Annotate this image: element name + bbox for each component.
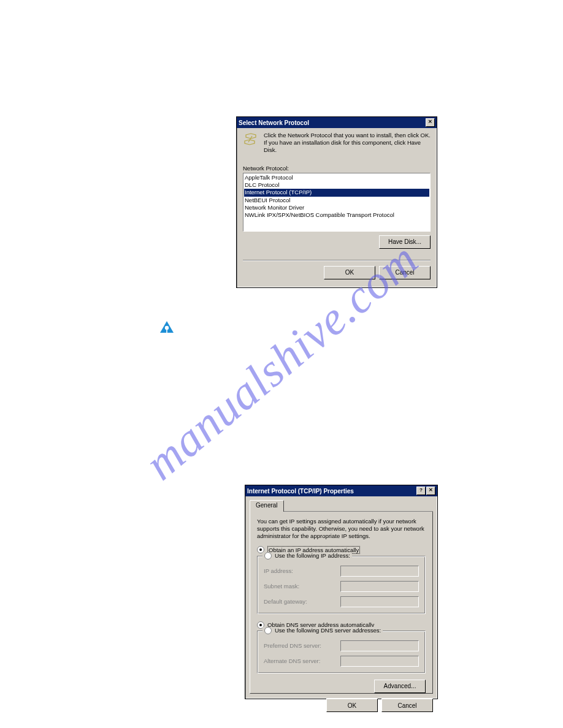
field-label: Preferred DNS server: xyxy=(264,642,321,649)
tab-strip: General xyxy=(250,499,433,512)
field-label: IP address: xyxy=(264,567,293,574)
dialog-title: Internet Protocol (TCP/IP) Properties xyxy=(247,488,354,495)
ip-address-row: IP address: xyxy=(264,566,419,577)
select-network-protocol-dialog: Select Network Protocol ✕ Click the Netw… xyxy=(236,116,437,288)
close-button[interactable]: ✕ xyxy=(426,487,435,495)
subnet-mask-row: Subnet mask: xyxy=(264,581,419,592)
ok-button[interactable]: OK xyxy=(324,266,375,279)
protocol-listbox[interactable]: AppleTalk Protocol DLC Protocol Internet… xyxy=(243,173,431,232)
radio-icon[interactable] xyxy=(264,552,272,559)
dialog-titlebar[interactable]: Internet Protocol (TCP/IP) Properties ? … xyxy=(245,485,437,496)
svg-rect-3 xyxy=(166,329,167,334)
list-item[interactable]: DLC Protocol xyxy=(244,181,429,189)
dialog-title: Select Network Protocol xyxy=(239,119,309,126)
ok-button[interactable]: OK xyxy=(326,699,378,712)
cancel-button[interactable]: Cancel xyxy=(381,699,433,712)
advanced-button[interactable]: Advanced... xyxy=(374,680,426,693)
list-item[interactable]: NWLink IPX/SPX/NetBIOS Compatible Transp… xyxy=(244,211,429,219)
radio-label[interactable]: Use the following DNS server addresses: xyxy=(275,627,381,634)
preferred-dns-row: Preferred DNS server: xyxy=(264,640,419,651)
tab-page: You can get IP settings assigned automat… xyxy=(250,512,433,694)
ip-address-input[interactable] xyxy=(340,566,419,577)
list-label: Network Protocol: xyxy=(243,165,431,172)
default-gateway-input[interactable] xyxy=(340,596,419,607)
alternate-dns-input[interactable] xyxy=(340,656,419,667)
field-label: Default gateway: xyxy=(264,598,307,605)
list-item[interactable]: AppleTalk Protocol xyxy=(244,174,429,181)
note-pin-icon xyxy=(158,319,175,336)
network-protocol-icon xyxy=(243,132,259,148)
dialog-titlebar[interactable]: Select Network Protocol ✕ xyxy=(237,117,437,128)
radio-label[interactable]: Use the following IP address: xyxy=(275,552,350,559)
radio-icon[interactable] xyxy=(264,627,272,634)
preferred-dns-input[interactable] xyxy=(340,640,419,651)
svg-line-0 xyxy=(248,136,252,142)
divider xyxy=(243,260,431,261)
dns-group: Use the following DNS server addresses: … xyxy=(257,631,426,673)
tcpip-properties-dialog: Internet Protocol (TCP/IP) Properties ? … xyxy=(245,485,438,699)
tab-general[interactable]: General xyxy=(250,500,284,512)
description-text: You can get IP settings assigned automat… xyxy=(257,518,426,540)
dialog-instruction: Click the Network Protocol that you want… xyxy=(264,132,431,154)
list-item[interactable]: NetBEUI Protocol xyxy=(244,197,429,204)
field-label: Alternate DNS server: xyxy=(264,658,320,664)
field-label: Subnet mask: xyxy=(264,583,299,590)
cancel-button[interactable]: Cancel xyxy=(379,266,431,279)
close-button[interactable]: ✕ xyxy=(426,118,435,127)
default-gateway-row: Default gateway: xyxy=(264,596,419,607)
subnet-mask-input[interactable] xyxy=(340,581,419,592)
ip-address-group: Use the following IP address: IP address… xyxy=(257,556,426,614)
list-item-selected[interactable]: Internet Protocol (TCP/IP) xyxy=(244,189,429,196)
list-item[interactable]: Network Monitor Driver xyxy=(244,204,429,211)
alternate-dns-row: Alternate DNS server: xyxy=(264,656,419,667)
have-disk-button[interactable]: Have Disk... xyxy=(379,235,431,249)
help-button[interactable]: ? xyxy=(416,487,426,495)
